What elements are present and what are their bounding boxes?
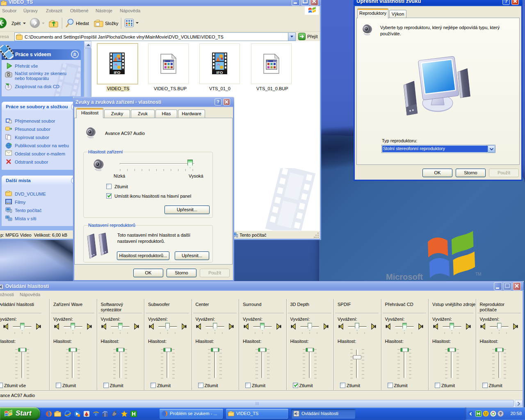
svg-text:?: ? xyxy=(504,0,507,4)
svg-text:e: e xyxy=(95,411,98,417)
svg-text:Microsoft: Microsoft xyxy=(386,272,423,281)
svg-text:IFO: IFO xyxy=(217,70,223,75)
svg-text:?: ? xyxy=(217,99,219,104)
svg-text:TM: TM xyxy=(475,272,481,276)
svg-text:IFO: IFO xyxy=(114,70,121,75)
